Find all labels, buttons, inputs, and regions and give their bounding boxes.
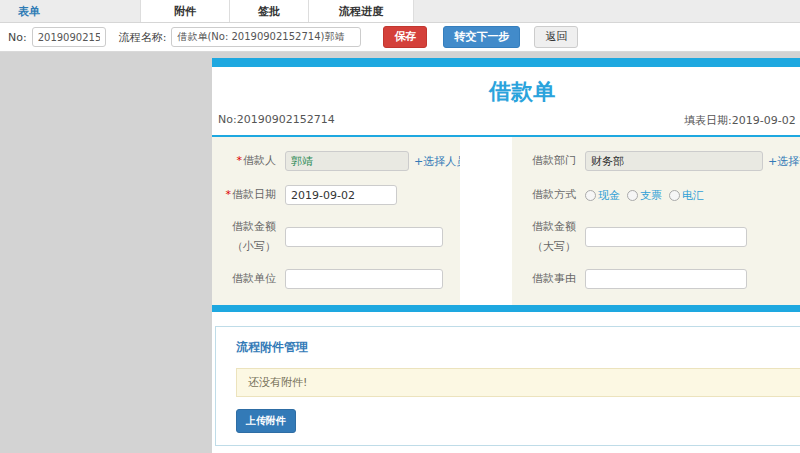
bottom-accent-bar xyxy=(212,305,800,312)
attachment-section: 流程附件管理 还没有附件! 上传附件 xyxy=(215,326,800,446)
borrow-method-row: 借款方式 现金 支票 电汇 xyxy=(512,178,800,212)
radio-cheque[interactable]: 支票 xyxy=(627,188,662,203)
radio-wire-transfer-label: 电汇 xyxy=(682,188,704,203)
borrow-reason-row: 借款事由 xyxy=(512,262,800,296)
required-star: * xyxy=(237,154,243,167)
form-column-right: 借款部门 +选择部门 借款方式 现金 支票 xyxy=(512,137,800,305)
borrow-method-label: 借款方式 xyxy=(512,185,576,205)
no-attachment-notice: 还没有附件! xyxy=(236,368,800,397)
flow-name-input[interactable] xyxy=(171,27,361,47)
no-label: No: xyxy=(8,31,27,44)
top-tab-bar: 表单 附件 签批 流程进度 xyxy=(0,0,800,23)
column-gap xyxy=(460,137,512,305)
borrow-date-input[interactable] xyxy=(285,185,397,205)
borrower-input[interactable] xyxy=(285,151,409,171)
borrow-date-label-text: 借款日期 xyxy=(232,188,276,201)
forward-next-step-button[interactable]: 转交下一步 xyxy=(443,26,520,47)
amount-upper-label: 借款金额（大写） xyxy=(512,217,576,257)
amount-upper-row: 借款金额（大写） xyxy=(512,212,800,262)
back-button[interactable]: 返回 xyxy=(534,26,578,47)
amount-lower-input[interactable] xyxy=(285,227,443,247)
tab-form[interactable]: 表单 xyxy=(0,0,140,22)
radio-circle-icon[interactable] xyxy=(669,190,680,201)
amount-lower-row: 借款金额（小写） xyxy=(212,212,460,262)
radio-circle-icon[interactable] xyxy=(627,190,638,201)
action-toolbar: No: 流程名称: 保存 转交下一步 返回 xyxy=(0,23,800,52)
loan-form-panel: 借款单 No:20190902152714 填表日期:2019-09-02 15… xyxy=(212,58,800,453)
tab-process-progress[interactable]: 流程进度 xyxy=(309,0,414,22)
page-title: 借款单 xyxy=(212,77,800,107)
no-input[interactable] xyxy=(32,27,106,47)
borrow-method-options: 现金 支票 电汇 xyxy=(585,188,711,203)
radio-circle-icon[interactable] xyxy=(585,190,596,201)
borrow-unit-input[interactable] xyxy=(285,269,443,289)
borrow-date-label: *借款日期 xyxy=(212,185,276,205)
flow-name-label: 流程名称: xyxy=(119,30,167,45)
dept-label: 借款部门 xyxy=(512,151,576,171)
borrow-reason-label: 借款事由 xyxy=(512,269,576,289)
borrow-unit-row: 借款单位 xyxy=(212,262,460,296)
form-no-text: No:20190902152714 xyxy=(218,113,335,126)
form-grid: *借款人 +选择人员 *借款日期 借款金额（小写） 借款单位 借款部门 xyxy=(212,137,800,305)
form-date-text: 填表日期:2019-09-02 15:27:1 xyxy=(684,113,800,128)
top-accent-bar xyxy=(212,58,800,67)
amount-lower-label: 借款金额（小写） xyxy=(212,217,276,257)
borrow-unit-label: 借款单位 xyxy=(212,269,276,289)
tab-approval[interactable]: 签批 xyxy=(230,0,309,22)
dept-row: 借款部门 +选择部门 xyxy=(512,144,800,178)
borrower-row: *借款人 +选择人员 xyxy=(212,144,460,178)
form-column-left: *借款人 +选择人员 *借款日期 借款金额（小写） 借款单位 xyxy=(212,137,460,305)
select-dept-link[interactable]: +选择部门 xyxy=(768,154,800,169)
radio-cash[interactable]: 现金 xyxy=(585,188,620,203)
attachment-section-title: 流程附件管理 xyxy=(236,339,800,356)
borrow-date-row: *借款日期 xyxy=(212,178,460,212)
upload-attachment-button[interactable]: 上传附件 xyxy=(236,409,296,433)
radio-wire-transfer[interactable]: 电汇 xyxy=(669,188,704,203)
radio-cash-label: 现金 xyxy=(598,188,620,203)
form-meta-row: No:20190902152714 填表日期:2019-09-02 15:27:… xyxy=(212,113,800,135)
radio-cheque-label: 支票 xyxy=(640,188,662,203)
dept-input[interactable] xyxy=(585,151,763,171)
amount-upper-input[interactable] xyxy=(585,227,747,247)
tab-attachment[interactable]: 附件 xyxy=(140,0,230,22)
save-button[interactable]: 保存 xyxy=(383,26,427,47)
required-star: * xyxy=(226,188,232,201)
borrower-label: *借款人 xyxy=(212,151,276,171)
borrower-label-text: 借款人 xyxy=(243,154,276,167)
borrow-reason-input[interactable] xyxy=(585,269,747,289)
